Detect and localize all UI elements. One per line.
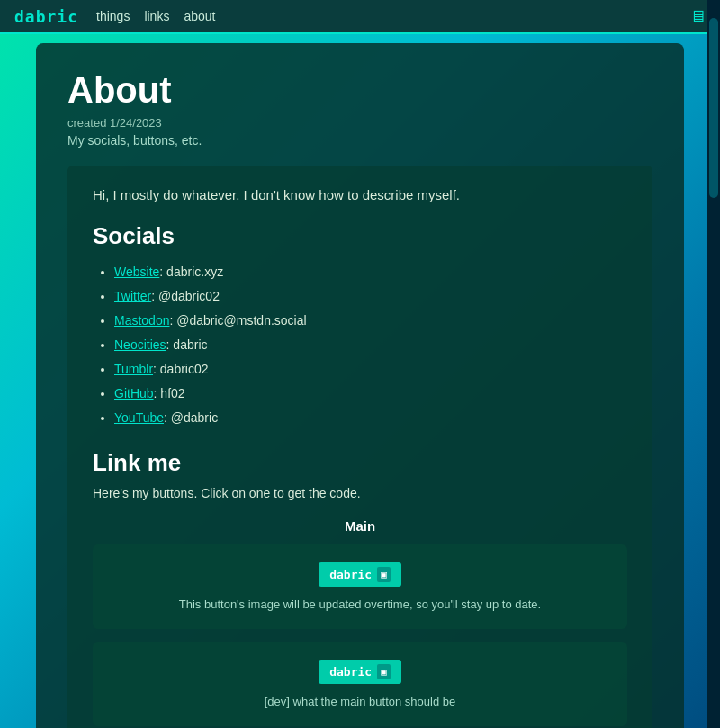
twitter-link[interactable]: Twitter: [114, 289, 151, 303]
main-button-caption-1: This button's image will be updated over…: [179, 598, 541, 611]
scrollbar-thumb[interactable]: [709, 18, 718, 198]
nav-links-item[interactable]: links: [144, 9, 169, 23]
neocities-link[interactable]: Neocities: [114, 337, 166, 352]
list-item: Neocities: dabric: [114, 336, 627, 355]
socials-list: Website: dabric.xyz Twitter: @dabric02 M…: [93, 263, 627, 427]
navbar: dabric things links about 🖥: [0, 0, 720, 34]
btn-icon: ▣: [377, 664, 391, 679]
list-item: YouTube: @dabric: [114, 409, 627, 427]
list-item: Mastodon: @dabric@mstdn.social: [114, 311, 627, 330]
intro-text: Hi, I mostly do whatever. I don't know h…: [93, 187, 627, 202]
nav-logo[interactable]: dabric: [14, 7, 78, 26]
website-link[interactable]: Website: [114, 265, 159, 279]
monitor-icon[interactable]: 🖥: [689, 7, 706, 26]
main-button-caption-2: [dev] what the main button should be: [265, 695, 455, 708]
nav-links: things links about: [96, 9, 215, 23]
inner-card: Hi, I mostly do whatever. I don't know h…: [68, 166, 652, 728]
scrollbar[interactable]: [707, 0, 720, 728]
list-item: GitHub: hf02: [114, 384, 627, 403]
btn-label: dabric: [329, 665, 372, 679]
dabric-main-button-2[interactable]: dabric ▣: [319, 660, 401, 684]
main-button-card-1[interactable]: dabric ▣ This button's image will be upd…: [93, 544, 627, 629]
page-title: About: [68, 70, 652, 111]
tumblr-link[interactable]: Tumblr: [114, 362, 153, 376]
socials-title: Socials: [93, 222, 627, 250]
list-item: Tumblr: dabric02: [114, 360, 627, 379]
page-description: My socials, buttons, etc.: [68, 133, 652, 148]
dabric-main-button-1[interactable]: dabric ▣: [319, 562, 401, 587]
list-item: Website: dabric.xyz: [114, 263, 627, 282]
github-link[interactable]: GitHub: [114, 386, 154, 400]
btn-icon: ▣: [377, 567, 391, 582]
link-me-description: Here's my buttons. Click on one to get t…: [93, 486, 627, 500]
main-content: About created 1/24/2023 My socials, butt…: [36, 43, 684, 728]
mastodon-link[interactable]: Mastodon: [114, 313, 169, 328]
link-me-title: Link me: [93, 449, 627, 477]
nav-things[interactable]: things: [96, 9, 130, 23]
youtube-link[interactable]: YouTube: [114, 410, 164, 425]
page-meta: created 1/24/2023: [68, 116, 652, 130]
btn-label: dabric: [329, 568, 372, 581]
main-button-card-2[interactable]: dabric ▣ [dev] what the main button shou…: [93, 642, 627, 726]
main-section-label: Main: [93, 518, 627, 534]
list-item: Twitter: @dabric02: [114, 287, 627, 306]
nav-about[interactable]: about: [184, 9, 215, 23]
